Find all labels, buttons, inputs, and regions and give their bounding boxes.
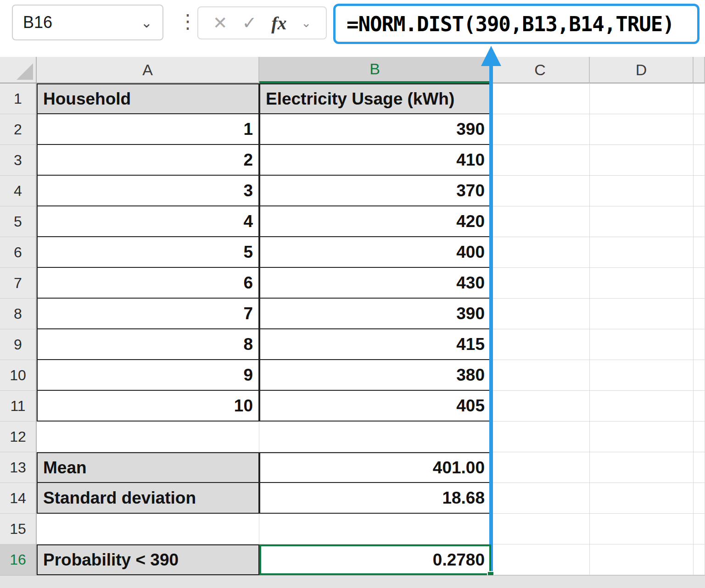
cell-C1[interactable]: [491, 83, 590, 114]
cell-B8[interactable]: 390: [259, 299, 491, 329]
cell-D10[interactable]: [590, 360, 694, 391]
cell-B3[interactable]: 410: [259, 145, 491, 176]
cell-C3[interactable]: [491, 145, 590, 176]
cell-D7[interactable]: [590, 268, 694, 299]
cell-A7[interactable]: 6: [37, 268, 259, 299]
sheet-grid: ABCD1HouseholdElectricity Usage (kWh)213…: [0, 57, 705, 575]
cell-C14[interactable]: [491, 483, 590, 514]
column-header-A[interactable]: A: [37, 57, 259, 83]
cell-A12[interactable]: [37, 422, 259, 452]
row-header-14[interactable]: 14: [0, 483, 37, 514]
cell-D16[interactable]: [590, 544, 694, 575]
cell-B15[interactable]: [259, 514, 491, 544]
cell-partial-2: [694, 114, 705, 145]
insert-function-icon[interactable]: fx: [271, 12, 286, 34]
cell-A3[interactable]: 2: [37, 145, 259, 176]
column-header-B[interactable]: B: [259, 57, 491, 83]
cell-B14[interactable]: 18.68: [259, 483, 491, 514]
row-header-16[interactable]: 16: [0, 544, 37, 575]
cell-partial-12: [694, 422, 705, 452]
cell-A6[interactable]: 5: [37, 237, 259, 268]
cell-A5[interactable]: 4: [37, 206, 259, 237]
cell-D6[interactable]: [590, 237, 694, 268]
formula-input[interactable]: =NORM.DIST(390,B13,B14,TRUE): [333, 4, 699, 44]
cell-C6[interactable]: [491, 237, 590, 268]
cell-D2[interactable]: [590, 114, 694, 145]
cell-D11[interactable]: [590, 391, 694, 422]
cell-D13[interactable]: [590, 452, 694, 483]
bottom-edge: [0, 575, 705, 588]
cell-C16[interactable]: [491, 544, 590, 575]
cell-A14[interactable]: Standard deviation: [37, 483, 259, 514]
cell-B12[interactable]: [259, 422, 491, 452]
cell-C7[interactable]: [491, 268, 590, 299]
formula-bar-separator-icon: ⋮: [178, 10, 197, 33]
cell-C11[interactable]: [491, 391, 590, 422]
cell-partial-11: [694, 391, 705, 422]
cell-C9[interactable]: [491, 329, 590, 360]
row-header-2[interactable]: 2: [0, 114, 37, 145]
cell-B16[interactable]: 0.2780: [259, 544, 491, 575]
row-header-13[interactable]: 13: [0, 452, 37, 483]
cell-D14[interactable]: [590, 483, 694, 514]
row-header-11[interactable]: 11: [0, 391, 37, 422]
formula-bar-expand-icon[interactable]: ⌄: [301, 16, 311, 30]
row-header-4[interactable]: 4: [0, 176, 37, 206]
cell-B10[interactable]: 380: [259, 360, 491, 391]
cell-D12[interactable]: [590, 422, 694, 452]
row-header-6[interactable]: 6: [0, 237, 37, 268]
cell-A4[interactable]: 3: [37, 176, 259, 206]
cell-A11[interactable]: 10: [37, 391, 259, 422]
cell-C4[interactable]: [491, 176, 590, 206]
row-header-5[interactable]: 5: [0, 206, 37, 237]
cell-B2[interactable]: 390: [259, 114, 491, 145]
row-header-15[interactable]: 15: [0, 514, 37, 544]
cell-A16[interactable]: Probability < 390: [37, 544, 259, 575]
name-box-dropdown-icon[interactable]: ⌄: [141, 15, 152, 31]
row-header-8[interactable]: 8: [0, 299, 37, 329]
select-all-triangle-icon: [17, 63, 33, 80]
cell-A2[interactable]: 1: [37, 114, 259, 145]
cell-A15[interactable]: [37, 514, 259, 544]
cell-C2[interactable]: [491, 114, 590, 145]
row-header-12[interactable]: 12: [0, 422, 37, 452]
cell-C5[interactable]: [491, 206, 590, 237]
cell-D4[interactable]: [590, 176, 694, 206]
cancel-icon[interactable]: ✕: [213, 13, 228, 33]
cell-B1[interactable]: Electricity Usage (kWh): [259, 83, 491, 114]
cell-B5[interactable]: 420: [259, 206, 491, 237]
cell-C13[interactable]: [491, 452, 590, 483]
cell-B9[interactable]: 415: [259, 329, 491, 360]
cell-D9[interactable]: [590, 329, 694, 360]
cell-B4[interactable]: 370: [259, 176, 491, 206]
cell-D15[interactable]: [590, 514, 694, 544]
cell-A8[interactable]: 7: [37, 299, 259, 329]
select-all-corner[interactable]: [0, 57, 37, 83]
cell-B6[interactable]: 400: [259, 237, 491, 268]
cell-A13[interactable]: Mean: [37, 452, 259, 483]
enter-icon[interactable]: ✓: [242, 13, 257, 33]
row-header-7[interactable]: 7: [0, 268, 37, 299]
row-header-10[interactable]: 10: [0, 360, 37, 391]
row-header-9[interactable]: 9: [0, 329, 37, 360]
row-header-1[interactable]: 1: [0, 83, 37, 114]
column-header-C[interactable]: C: [491, 57, 590, 83]
cell-A1[interactable]: Household: [37, 83, 259, 114]
row-header-3[interactable]: 3: [0, 145, 37, 176]
cell-D8[interactable]: [590, 299, 694, 329]
cell-B11[interactable]: 405: [259, 391, 491, 422]
cell-D3[interactable]: [590, 145, 694, 176]
cell-C10[interactable]: [491, 360, 590, 391]
cell-C8[interactable]: [491, 299, 590, 329]
cell-C12[interactable]: [491, 422, 590, 452]
cell-A10[interactable]: 9: [37, 360, 259, 391]
cell-B7[interactable]: 430: [259, 268, 491, 299]
cell-C15[interactable]: [491, 514, 590, 544]
name-box[interactable]: B16 ⌄: [12, 5, 163, 40]
cell-partial-10: [694, 360, 705, 391]
column-header-D[interactable]: D: [590, 57, 694, 83]
cell-B13[interactable]: 401.00: [259, 452, 491, 483]
cell-D5[interactable]: [590, 206, 694, 237]
cell-A9[interactable]: 8: [37, 329, 259, 360]
cell-D1[interactable]: [590, 83, 694, 114]
